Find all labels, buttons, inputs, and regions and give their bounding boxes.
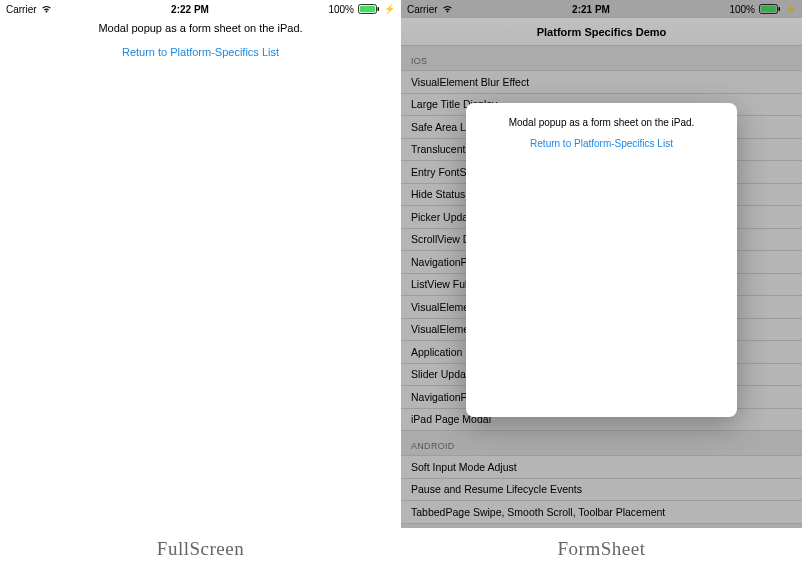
formsheet-pane: Carrier 2:21 PM 100% ⚡ Platform Specific… [401, 0, 802, 528]
wifi-icon [41, 5, 52, 13]
page-title: Platform Specifics Demo [537, 26, 667, 38]
svg-rect-2 [378, 7, 380, 11]
wifi-icon [442, 5, 453, 13]
carrier-label: Carrier [407, 4, 438, 15]
clock: 2:22 PM [171, 4, 209, 15]
list-item[interactable]: Pause and Resume Lifecycle Events [401, 479, 802, 502]
fullscreen-modal-content: Modal popup as a form sheet on the iPad.… [0, 18, 401, 66]
fullscreen-pane: Carrier 2:22 PM 100% ⚡ Modal popup as a … [0, 0, 401, 528]
section-header-ios: IOS [401, 46, 802, 71]
battery-percent: 100% [729, 4, 755, 15]
battery-percent: 100% [328, 4, 354, 15]
status-bar: Carrier 2:21 PM 100% ⚡ [401, 0, 802, 18]
svg-rect-1 [360, 6, 375, 12]
status-bar: Carrier 2:22 PM 100% ⚡ [0, 0, 401, 18]
svg-rect-4 [761, 6, 776, 12]
charging-icon: ⚡ [384, 4, 395, 14]
battery-icon [358, 4, 380, 14]
list-item[interactable]: VisualElement Blur Effect [401, 71, 802, 94]
caption-fullscreen: FullScreen [0, 528, 401, 568]
charging-icon: ⚡ [785, 4, 796, 14]
battery-icon [759, 4, 781, 14]
modal-message: Modal popup as a form sheet on the iPad. [0, 18, 401, 38]
svg-rect-5 [779, 7, 781, 11]
list-item[interactable]: Soft Input Mode Adjust [401, 456, 802, 479]
modal-message: Modal popup as a form sheet on the iPad. [466, 103, 737, 132]
nav-bar: Platform Specifics Demo [401, 18, 802, 46]
section-header-android: ANDROID [401, 431, 802, 456]
form-sheet-modal: Modal popup as a form sheet on the iPad.… [466, 103, 737, 417]
return-link[interactable]: Return to Platform-Specifics List [0, 38, 401, 66]
caption-formsheet: FormSheet [401, 528, 802, 568]
caption-row: FullScreen FormSheet [0, 528, 802, 568]
clock: 2:21 PM [572, 4, 610, 15]
return-link[interactable]: Return to Platform-Specifics List [466, 132, 737, 157]
carrier-label: Carrier [6, 4, 37, 15]
list-item[interactable]: TabbedPage Swipe, Smooth Scroll, Toolbar… [401, 501, 802, 524]
